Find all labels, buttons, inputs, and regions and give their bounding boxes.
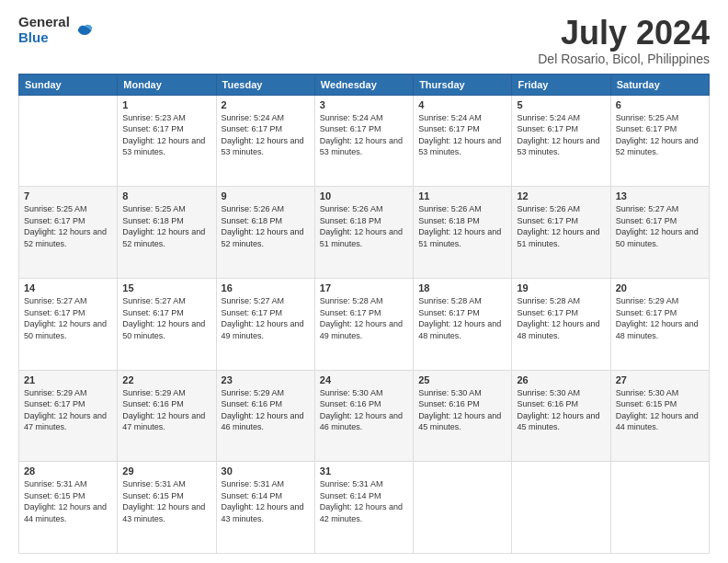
subtitle: Del Rosario, Bicol, Philippines bbox=[538, 52, 710, 66]
calendar-cell: 9Sunrise: 5:26 AMSunset: 6:18 PMDaylight… bbox=[216, 187, 314, 279]
day-number: 13 bbox=[616, 190, 704, 201]
day-info: Sunrise: 5:28 AMSunset: 6:17 PMDaylight:… bbox=[320, 295, 408, 341]
day-info: Sunrise: 5:24 AMSunset: 6:17 PMDaylight:… bbox=[320, 112, 408, 158]
calendar-cell: 29Sunrise: 5:31 AMSunset: 6:15 PMDayligh… bbox=[118, 462, 216, 554]
day-number: 23 bbox=[222, 374, 310, 385]
calendar-week-4: 21Sunrise: 5:29 AMSunset: 6:17 PMDayligh… bbox=[19, 370, 710, 462]
day-info: Sunrise: 5:31 AMSunset: 6:14 PMDaylight:… bbox=[320, 478, 408, 524]
day-number: 16 bbox=[222, 282, 310, 293]
day-number: 19 bbox=[517, 282, 605, 293]
calendar-cell: 5Sunrise: 5:24 AMSunset: 6:17 PMDaylight… bbox=[512, 95, 610, 187]
day-number: 9 bbox=[222, 190, 310, 201]
day-number: 25 bbox=[418, 374, 506, 385]
day-number: 17 bbox=[320, 282, 408, 293]
day-info: Sunrise: 5:24 AMSunset: 6:17 PMDaylight:… bbox=[222, 112, 310, 158]
calendar-header-friday: Friday bbox=[512, 74, 610, 95]
day-info: Sunrise: 5:28 AMSunset: 6:17 PMDaylight:… bbox=[517, 295, 605, 341]
day-info: Sunrise: 5:29 AMSunset: 6:17 PMDaylight:… bbox=[24, 387, 112, 433]
day-number: 12 bbox=[517, 190, 605, 201]
calendar-cell bbox=[512, 462, 610, 554]
calendar-cell: 1Sunrise: 5:23 AMSunset: 6:17 PMDaylight… bbox=[118, 95, 216, 187]
main-title: July 2024 bbox=[538, 15, 710, 52]
day-number: 4 bbox=[418, 99, 506, 110]
day-info: Sunrise: 5:24 AMSunset: 6:17 PMDaylight:… bbox=[517, 112, 605, 158]
day-info: Sunrise: 5:25 AMSunset: 6:18 PMDaylight:… bbox=[122, 203, 210, 249]
calendar-cell: 10Sunrise: 5:26 AMSunset: 6:18 PMDayligh… bbox=[314, 187, 413, 279]
calendar-cell: 23Sunrise: 5:29 AMSunset: 6:16 PMDayligh… bbox=[216, 370, 314, 462]
day-number: 3 bbox=[320, 99, 408, 110]
day-info: Sunrise: 5:30 AMSunset: 6:16 PMDaylight:… bbox=[517, 387, 605, 433]
calendar-cell: 7Sunrise: 5:25 AMSunset: 6:17 PMDaylight… bbox=[19, 187, 118, 279]
calendar-cell: 18Sunrise: 5:28 AMSunset: 6:17 PMDayligh… bbox=[414, 278, 512, 370]
day-info: Sunrise: 5:30 AMSunset: 6:16 PMDaylight:… bbox=[418, 387, 506, 433]
calendar-cell: 26Sunrise: 5:30 AMSunset: 6:16 PMDayligh… bbox=[512, 370, 610, 462]
calendar-header-sunday: Sunday bbox=[19, 74, 118, 95]
day-number: 1 bbox=[122, 99, 210, 110]
calendar-cell: 21Sunrise: 5:29 AMSunset: 6:17 PMDayligh… bbox=[19, 370, 118, 462]
calendar-table: SundayMondayTuesdayWednesdayThursdayFrid… bbox=[18, 74, 710, 554]
day-number: 10 bbox=[320, 190, 408, 201]
calendar-week-3: 14Sunrise: 5:27 AMSunset: 6:17 PMDayligh… bbox=[19, 278, 710, 370]
day-number: 6 bbox=[616, 99, 704, 110]
day-number: 26 bbox=[517, 374, 605, 385]
day-info: Sunrise: 5:26 AMSunset: 6:18 PMDaylight:… bbox=[418, 203, 506, 249]
calendar-cell: 8Sunrise: 5:25 AMSunset: 6:18 PMDaylight… bbox=[118, 187, 216, 279]
day-number: 14 bbox=[24, 282, 112, 293]
calendar-cell: 19Sunrise: 5:28 AMSunset: 6:17 PMDayligh… bbox=[512, 278, 610, 370]
day-info: Sunrise: 5:27 AMSunset: 6:17 PMDaylight:… bbox=[122, 295, 210, 341]
day-number: 27 bbox=[616, 374, 704, 385]
logo-text: General Blue bbox=[18, 15, 70, 45]
calendar-cell: 14Sunrise: 5:27 AMSunset: 6:17 PMDayligh… bbox=[19, 278, 118, 370]
day-info: Sunrise: 5:25 AMSunset: 6:17 PMDaylight:… bbox=[24, 203, 112, 249]
day-number: 22 bbox=[122, 374, 210, 385]
calendar-cell: 12Sunrise: 5:26 AMSunset: 6:17 PMDayligh… bbox=[512, 187, 610, 279]
day-info: Sunrise: 5:31 AMSunset: 6:15 PMDaylight:… bbox=[122, 478, 210, 524]
day-number: 29 bbox=[122, 465, 210, 477]
header: General Blue July 2024 Del Rosario, Bico… bbox=[18, 15, 710, 66]
calendar-cell: 2Sunrise: 5:24 AMSunset: 6:17 PMDaylight… bbox=[216, 95, 314, 187]
calendar-header-row: SundayMondayTuesdayWednesdayThursdayFrid… bbox=[19, 74, 710, 95]
calendar-cell: 20Sunrise: 5:29 AMSunset: 6:17 PMDayligh… bbox=[610, 278, 709, 370]
calendar-cell: 3Sunrise: 5:24 AMSunset: 6:17 PMDaylight… bbox=[314, 95, 413, 187]
logo: General Blue bbox=[18, 15, 94, 45]
calendar-cell: 11Sunrise: 5:26 AMSunset: 6:18 PMDayligh… bbox=[414, 187, 512, 279]
day-number: 31 bbox=[320, 465, 408, 477]
day-info: Sunrise: 5:26 AMSunset: 6:18 PMDaylight:… bbox=[320, 203, 408, 249]
calendar-cell: 13Sunrise: 5:27 AMSunset: 6:17 PMDayligh… bbox=[610, 187, 709, 279]
page: General Blue July 2024 Del Rosario, Bico… bbox=[0, 0, 728, 563]
calendar-cell: 16Sunrise: 5:27 AMSunset: 6:17 PMDayligh… bbox=[216, 278, 314, 370]
calendar-cell: 4Sunrise: 5:24 AMSunset: 6:17 PMDaylight… bbox=[414, 95, 512, 187]
day-info: Sunrise: 5:26 AMSunset: 6:17 PMDaylight:… bbox=[517, 203, 605, 249]
day-info: Sunrise: 5:27 AMSunset: 6:17 PMDaylight:… bbox=[24, 295, 112, 341]
day-info: Sunrise: 5:23 AMSunset: 6:17 PMDaylight:… bbox=[122, 112, 210, 158]
calendar-week-5: 28Sunrise: 5:31 AMSunset: 6:15 PMDayligh… bbox=[19, 462, 710, 554]
day-info: Sunrise: 5:29 AMSunset: 6:16 PMDaylight:… bbox=[222, 387, 310, 433]
day-number: 7 bbox=[24, 190, 112, 201]
calendar-cell bbox=[414, 462, 512, 554]
calendar-header-saturday: Saturday bbox=[610, 74, 709, 95]
day-number: 11 bbox=[418, 190, 506, 201]
day-number: 5 bbox=[517, 99, 605, 110]
calendar-cell: 30Sunrise: 5:31 AMSunset: 6:14 PMDayligh… bbox=[216, 462, 314, 554]
day-number: 2 bbox=[222, 99, 310, 110]
calendar-cell bbox=[19, 95, 118, 187]
day-info: Sunrise: 5:27 AMSunset: 6:17 PMDaylight:… bbox=[222, 295, 310, 341]
day-info: Sunrise: 5:29 AMSunset: 6:16 PMDaylight:… bbox=[122, 387, 210, 433]
logo-general: General bbox=[18, 15, 70, 30]
day-info: Sunrise: 5:31 AMSunset: 6:15 PMDaylight:… bbox=[24, 478, 112, 524]
day-number: 21 bbox=[24, 374, 112, 385]
calendar-header-thursday: Thursday bbox=[414, 74, 512, 95]
day-info: Sunrise: 5:26 AMSunset: 6:18 PMDaylight:… bbox=[222, 203, 310, 249]
day-number: 15 bbox=[122, 282, 210, 293]
calendar-cell: 17Sunrise: 5:28 AMSunset: 6:17 PMDayligh… bbox=[314, 278, 413, 370]
day-info: Sunrise: 5:27 AMSunset: 6:17 PMDaylight:… bbox=[616, 203, 704, 249]
day-info: Sunrise: 5:30 AMSunset: 6:15 PMDaylight:… bbox=[616, 387, 704, 433]
logo-blue: Blue bbox=[18, 30, 70, 46]
day-number: 30 bbox=[222, 465, 310, 477]
day-info: Sunrise: 5:31 AMSunset: 6:14 PMDaylight:… bbox=[222, 478, 310, 524]
calendar-cell: 15Sunrise: 5:27 AMSunset: 6:17 PMDayligh… bbox=[118, 278, 216, 370]
calendar-week-2: 7Sunrise: 5:25 AMSunset: 6:17 PMDaylight… bbox=[19, 187, 710, 279]
calendar-cell: 27Sunrise: 5:30 AMSunset: 6:15 PMDayligh… bbox=[610, 370, 709, 462]
calendar-week-1: 1Sunrise: 5:23 AMSunset: 6:17 PMDaylight… bbox=[19, 95, 710, 187]
calendar-cell: 22Sunrise: 5:29 AMSunset: 6:16 PMDayligh… bbox=[118, 370, 216, 462]
